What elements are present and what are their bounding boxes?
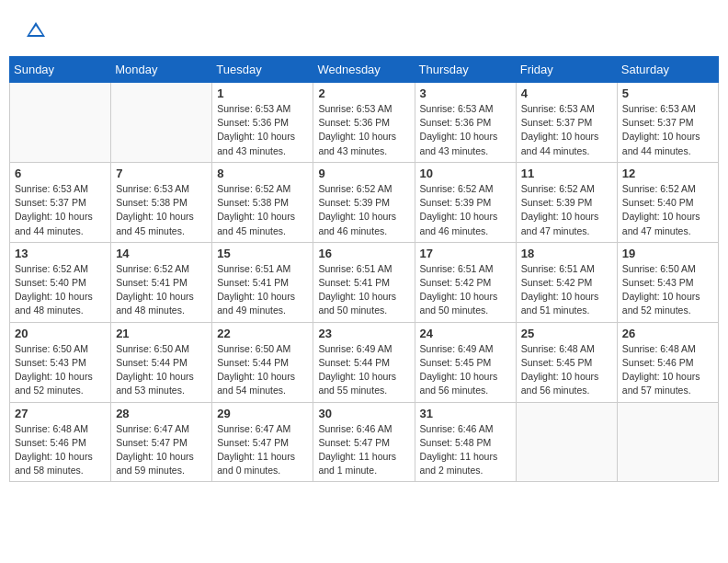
day-info: Sunrise: 6:52 AMSunset: 5:40 PMDaylight:… (15, 262, 106, 318)
weekday-header: Saturday (617, 57, 718, 83)
calendar-day-cell: 31Sunrise: 6:46 AMSunset: 5:48 PMDayligh… (415, 402, 516, 482)
day-number: 4 (521, 86, 612, 100)
day-info: Sunrise: 6:52 AMSunset: 5:40 PMDaylight:… (622, 182, 713, 238)
day-info: Sunrise: 6:49 AMSunset: 5:45 PMDaylight:… (420, 342, 511, 398)
calendar-week-row: 27Sunrise: 6:48 AMSunset: 5:46 PMDayligh… (10, 402, 719, 482)
calendar-week-row: 1Sunrise: 6:53 AMSunset: 5:36 PMDaylight… (10, 83, 719, 163)
day-info: Sunrise: 6:50 AMSunset: 5:44 PMDaylight:… (217, 342, 308, 398)
day-number: 27 (15, 407, 106, 420)
day-number: 17 (420, 247, 511, 260)
day-info: Sunrise: 6:53 AMSunset: 5:36 PMDaylight:… (420, 102, 511, 158)
calendar-day-cell: 29Sunrise: 6:47 AMSunset: 5:47 PMDayligh… (212, 402, 313, 482)
calendar-day-cell: 4Sunrise: 6:53 AMSunset: 5:37 PMDaylight… (516, 83, 617, 163)
calendar-week-row: 6Sunrise: 6:53 AMSunset: 5:37 PMDaylight… (10, 162, 719, 242)
calendar-day-cell: 21Sunrise: 6:50 AMSunset: 5:44 PMDayligh… (111, 322, 212, 402)
weekday-header: Monday (111, 57, 212, 83)
day-info: Sunrise: 6:50 AMSunset: 5:44 PMDaylight:… (116, 342, 207, 398)
weekday-header: Wednesday (313, 57, 415, 83)
day-info: Sunrise: 6:51 AMSunset: 5:42 PMDaylight:… (521, 262, 612, 318)
calendar-day-cell (10, 83, 111, 163)
day-number: 22 (217, 327, 308, 340)
calendar-day-cell: 2Sunrise: 6:53 AMSunset: 5:36 PMDaylight… (313, 83, 415, 163)
calendar-day-cell: 7Sunrise: 6:53 AMSunset: 5:38 PMDaylight… (111, 162, 212, 242)
calendar-day-cell: 25Sunrise: 6:48 AMSunset: 5:45 PMDayligh… (516, 322, 617, 402)
calendar-day-cell: 17Sunrise: 6:51 AMSunset: 5:42 PMDayligh… (415, 242, 516, 322)
day-info: Sunrise: 6:51 AMSunset: 5:41 PMDaylight:… (217, 262, 308, 318)
logo (23, 18, 52, 44)
calendar-header-row: SundayMondayTuesdayWednesdayThursdayFrid… (10, 57, 719, 83)
day-number: 9 (318, 167, 409, 180)
calendar-day-cell: 5Sunrise: 6:53 AMSunset: 5:37 PMDaylight… (617, 83, 718, 163)
day-number: 3 (420, 86, 511, 100)
calendar-day-cell (516, 402, 617, 482)
calendar-day-cell: 13Sunrise: 6:52 AMSunset: 5:40 PMDayligh… (10, 242, 111, 322)
calendar-day-cell: 8Sunrise: 6:52 AMSunset: 5:38 PMDaylight… (212, 162, 313, 242)
logo-icon (23, 18, 49, 44)
day-number: 19 (622, 247, 713, 260)
day-number: 10 (420, 167, 511, 180)
day-number: 16 (318, 247, 409, 260)
day-number: 2 (318, 86, 409, 100)
calendar-day-cell: 10Sunrise: 6:52 AMSunset: 5:39 PMDayligh… (415, 162, 516, 242)
day-info: Sunrise: 6:53 AMSunset: 5:36 PMDaylight:… (217, 102, 308, 158)
calendar-day-cell: 14Sunrise: 6:52 AMSunset: 5:41 PMDayligh… (111, 242, 212, 322)
day-number: 15 (217, 247, 308, 260)
calendar-day-cell (111, 83, 212, 163)
day-info: Sunrise: 6:51 AMSunset: 5:42 PMDaylight:… (420, 262, 511, 318)
day-info: Sunrise: 6:52 AMSunset: 5:38 PMDaylight:… (217, 182, 308, 238)
day-number: 23 (318, 327, 409, 340)
day-number: 24 (420, 327, 511, 340)
calendar-day-cell: 11Sunrise: 6:52 AMSunset: 5:39 PMDayligh… (516, 162, 617, 242)
day-info: Sunrise: 6:50 AMSunset: 5:43 PMDaylight:… (622, 262, 713, 318)
weekday-header: Tuesday (212, 57, 313, 83)
day-number: 28 (116, 407, 207, 420)
calendar-day-cell: 27Sunrise: 6:48 AMSunset: 5:46 PMDayligh… (10, 402, 111, 482)
page-header (9, 9, 719, 49)
calendar-week-row: 20Sunrise: 6:50 AMSunset: 5:43 PMDayligh… (10, 322, 719, 402)
calendar-day-cell: 20Sunrise: 6:50 AMSunset: 5:43 PMDayligh… (10, 322, 111, 402)
weekday-header: Sunday (10, 57, 111, 83)
day-number: 12 (622, 167, 713, 180)
day-number: 13 (15, 247, 106, 260)
day-info: Sunrise: 6:53 AMSunset: 5:38 PMDaylight:… (116, 182, 207, 238)
calendar-day-cell: 9Sunrise: 6:52 AMSunset: 5:39 PMDaylight… (313, 162, 415, 242)
day-number: 11 (521, 167, 612, 180)
day-number: 14 (116, 247, 207, 260)
calendar-day-cell: 22Sunrise: 6:50 AMSunset: 5:44 PMDayligh… (212, 322, 313, 402)
day-number: 21 (116, 327, 207, 340)
day-number: 1 (217, 86, 308, 100)
day-number: 7 (116, 167, 207, 180)
day-info: Sunrise: 6:46 AMSunset: 5:48 PMDaylight:… (420, 422, 511, 478)
day-number: 20 (15, 327, 106, 340)
day-info: Sunrise: 6:52 AMSunset: 5:41 PMDaylight:… (116, 262, 207, 318)
calendar-day-cell: 3Sunrise: 6:53 AMSunset: 5:36 PMDaylight… (415, 83, 516, 163)
day-info: Sunrise: 6:53 AMSunset: 5:37 PMDaylight:… (521, 102, 612, 158)
calendar-day-cell: 28Sunrise: 6:47 AMSunset: 5:47 PMDayligh… (111, 402, 212, 482)
calendar-day-cell: 18Sunrise: 6:51 AMSunset: 5:42 PMDayligh… (516, 242, 617, 322)
calendar-day-cell: 23Sunrise: 6:49 AMSunset: 5:44 PMDayligh… (313, 322, 415, 402)
day-number: 30 (318, 407, 409, 420)
weekday-header: Friday (516, 57, 617, 83)
calendar-week-row: 13Sunrise: 6:52 AMSunset: 5:40 PMDayligh… (10, 242, 719, 322)
day-info: Sunrise: 6:46 AMSunset: 5:47 PMDaylight:… (318, 422, 409, 478)
day-info: Sunrise: 6:47 AMSunset: 5:47 PMDaylight:… (116, 422, 207, 478)
calendar-day-cell: 1Sunrise: 6:53 AMSunset: 5:36 PMDaylight… (212, 83, 313, 163)
calendar-day-cell: 6Sunrise: 6:53 AMSunset: 5:37 PMDaylight… (10, 162, 111, 242)
weekday-header: Thursday (415, 57, 516, 83)
day-info: Sunrise: 6:47 AMSunset: 5:47 PMDaylight:… (217, 422, 308, 478)
calendar-day-cell: 19Sunrise: 6:50 AMSunset: 5:43 PMDayligh… (617, 242, 718, 322)
day-info: Sunrise: 6:52 AMSunset: 5:39 PMDaylight:… (420, 182, 511, 238)
day-number: 25 (521, 327, 612, 340)
calendar-day-cell: 24Sunrise: 6:49 AMSunset: 5:45 PMDayligh… (415, 322, 516, 402)
day-info: Sunrise: 6:48 AMSunset: 5:46 PMDaylight:… (622, 342, 713, 398)
day-info: Sunrise: 6:53 AMSunset: 5:36 PMDaylight:… (318, 102, 409, 158)
calendar-day-cell: 26Sunrise: 6:48 AMSunset: 5:46 PMDayligh… (617, 322, 718, 402)
day-info: Sunrise: 6:50 AMSunset: 5:43 PMDaylight:… (15, 342, 106, 398)
calendar-day-cell: 30Sunrise: 6:46 AMSunset: 5:47 PMDayligh… (313, 402, 415, 482)
day-number: 5 (622, 86, 713, 100)
day-info: Sunrise: 6:51 AMSunset: 5:41 PMDaylight:… (318, 262, 409, 318)
day-info: Sunrise: 6:52 AMSunset: 5:39 PMDaylight:… (318, 182, 409, 238)
day-info: Sunrise: 6:53 AMSunset: 5:37 PMDaylight:… (15, 182, 106, 238)
calendar-day-cell: 16Sunrise: 6:51 AMSunset: 5:41 PMDayligh… (313, 242, 415, 322)
day-number: 26 (622, 327, 713, 340)
